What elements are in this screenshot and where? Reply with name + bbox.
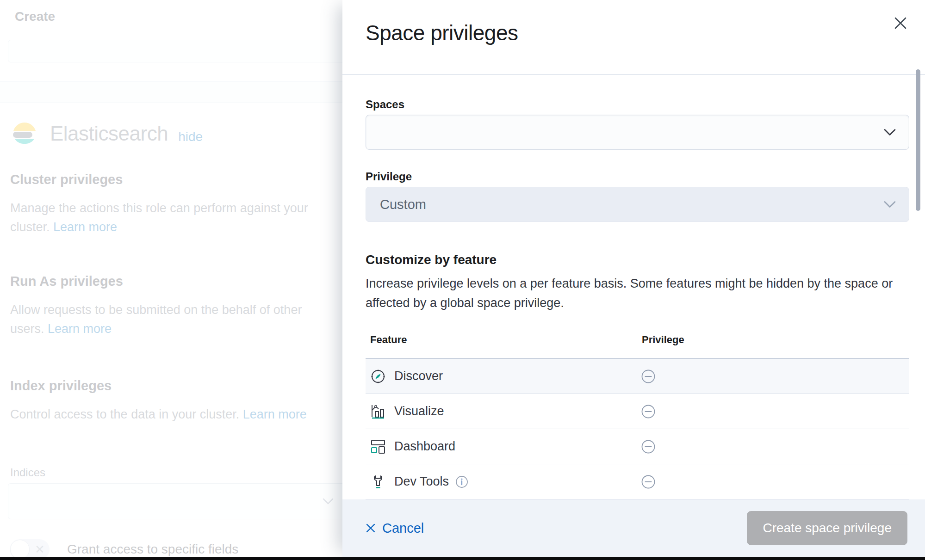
privilege-select[interactable]: Custom — [366, 187, 909, 222]
compass-icon — [370, 369, 386, 384]
privilege-minus-icon[interactable] — [641, 369, 656, 384]
chevron-down-icon — [884, 129, 896, 136]
table-row-visualize[interactable]: Visualize — [366, 394, 909, 429]
cancel-label: Cancel — [382, 521, 424, 536]
cancel-cross-icon — [366, 523, 376, 533]
customize-by-feature-description: Increase privilege levels on a per featu… — [366, 274, 905, 313]
spaces-combobox[interactable] — [366, 115, 909, 150]
wrench-icon — [370, 474, 386, 490]
bar-chart-icon — [370, 404, 386, 419]
flyout-header-divider — [342, 74, 925, 75]
feature-label: Dashboard — [394, 439, 455, 454]
privilege-minus-icon[interactable] — [641, 439, 656, 454]
create-space-privilege-button[interactable]: Create space privilege — [747, 511, 907, 545]
customize-by-feature-heading: Customize by feature — [366, 252, 497, 267]
privilege-label: Privilege — [366, 170, 412, 183]
flyout-title: Space privileges — [366, 20, 518, 45]
flyout-scrollbar[interactable] — [916, 69, 920, 211]
modal-overlay — [0, 0, 346, 560]
close-flyout-button[interactable] — [888, 10, 913, 36]
close-icon — [894, 16, 907, 30]
privilege-column-header: Privilege — [642, 334, 684, 346]
feature-label: Dev Tools — [394, 474, 449, 489]
bottom-edge-strip — [0, 557, 925, 560]
info-icon[interactable] — [455, 475, 468, 488]
flyout-footer: Cancel Create space privilege — [342, 499, 925, 557]
table-row-dev-tools[interactable]: Dev Tools — [366, 464, 909, 499]
feature-label: Discover — [394, 369, 443, 383]
table-row-dashboard[interactable]: Dashboard — [366, 429, 909, 464]
feature-label: Visualize — [394, 404, 444, 418]
privilege-minus-icon[interactable] — [641, 474, 656, 489]
spaces-label: Spaces — [366, 98, 404, 111]
dashboard-icon — [370, 439, 386, 455]
space-privileges-flyout: Space privileges Spaces Privilege Custom… — [342, 0, 925, 557]
privilege-minus-icon[interactable] — [641, 404, 656, 419]
privilege-value: Custom — [380, 197, 426, 212]
app-root: Create Elasticsearch hide Cluster privil… — [0, 0, 925, 560]
feature-column-header: Feature — [370, 334, 407, 346]
table-row-discover[interactable]: Discover — [366, 359, 909, 394]
feature-table: Discover Visualize — [366, 359, 909, 499]
cancel-button[interactable]: Cancel — [366, 521, 424, 536]
chevron-down-icon — [884, 201, 896, 208]
